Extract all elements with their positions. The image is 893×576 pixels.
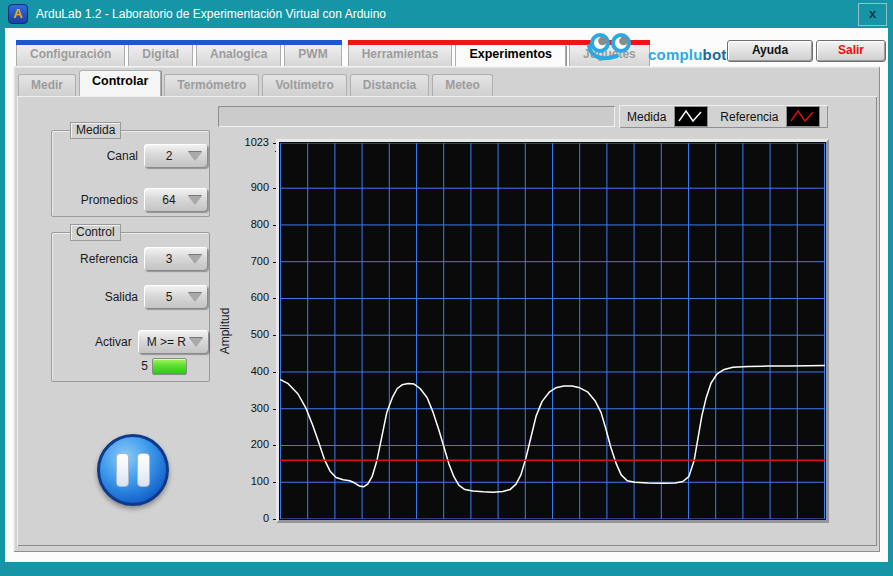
y-tick-label: 500 <box>225 328 269 340</box>
y-tick-label: 400 <box>225 365 269 377</box>
graph-top-display <box>218 106 615 127</box>
led-indicator <box>152 358 187 375</box>
close-button[interactable]: x <box>858 3 887 26</box>
chart-legend: MedidaReferencia <box>619 105 828 128</box>
legend-label-referencia: Referencia <box>720 110 778 124</box>
tab-digital[interactable]: Digital <box>128 45 193 67</box>
promedios-value: 64 <box>150 193 188 207</box>
complubot-logo: complubot <box>586 33 726 63</box>
control-group-title: Control <box>70 224 121 241</box>
main-tab-group-0: ConfiguraciónDigitalAnalogicaPWM <box>16 40 342 66</box>
chevron-down-icon <box>188 152 202 161</box>
chevron-down-icon <box>188 196 202 205</box>
legend-line-icon-medida <box>674 106 708 127</box>
logo-text: complubot <box>648 47 726 62</box>
tab-pwm[interactable]: PWM <box>284 45 341 67</box>
titlebar: A ArduLab 1.2 - Laboratorio de Experimen… <box>0 0 893 28</box>
y-tick-label: 800 <box>225 218 269 230</box>
complubot-eyes-icon <box>586 33 646 63</box>
waveform-chart <box>276 139 829 523</box>
y-tick-label: 600 <box>225 291 269 303</box>
activar-row: ActivarM >= R <box>52 329 209 355</box>
promedios-row: Promedios64 <box>52 187 209 213</box>
subtab-meteo[interactable]: Meteo <box>432 74 493 97</box>
medida-groupbox: Medida Canal2Promedios64 <box>51 130 210 217</box>
chevron-down-icon <box>188 293 202 302</box>
canal-row: Canal2 <box>52 143 209 169</box>
y-tick-label: 200 <box>225 438 269 450</box>
logo-text-complu: complu <box>648 46 703 63</box>
y-tick-label: 900 <box>225 181 269 193</box>
subtab-controlar[interactable]: Controlar <box>79 70 161 98</box>
salir-button[interactable]: Salir <box>816 40 886 62</box>
canal-value: 2 <box>150 149 188 163</box>
canal-dropdown[interactable]: 2 <box>144 144 208 168</box>
tab-herramientas[interactable]: Herramientas <box>348 45 453 67</box>
window-title: ArduLab 1.2 - Laboratorio de Experimenta… <box>36 7 386 21</box>
legend-line-icon-referencia <box>786 106 820 127</box>
y-tick-label: 700 <box>225 255 269 267</box>
referencia-label: Referencia <box>52 252 144 266</box>
led-pin-label: 5 <box>52 359 152 373</box>
tab-configuracion[interactable]: Configuración <box>16 45 125 67</box>
ayuda-button[interactable]: Ayuda <box>727 40 813 62</box>
activar-value: M >= R <box>144 335 189 349</box>
y-tick-label: 300 <box>225 402 269 414</box>
plot-area <box>280 143 825 519</box>
app-window: A ArduLab 1.2 - Laboratorio de Experimen… <box>0 0 893 576</box>
salida-row: Salida5 <box>52 284 209 310</box>
subtab-distancia[interactable]: Distancia <box>350 74 429 97</box>
referencia-row: Referencia3 <box>52 246 209 272</box>
app-icon: A <box>8 4 28 24</box>
y-tick-label: 1023 <box>225 136 269 148</box>
medida-group-title: Medida <box>70 122 121 139</box>
chevron-down-icon <box>188 255 202 264</box>
salida-dropdown[interactable]: 5 <box>144 285 208 309</box>
salida-value: 5 <box>150 290 188 304</box>
control-groupbox: Control Referencia3Salida5ActivarM >= R … <box>51 232 210 382</box>
logo-text-bot: bot <box>703 46 727 63</box>
controlar-tab-page: Medida Canal2Promedios64 Control Referen… <box>17 96 877 546</box>
subtab-termometro[interactable]: Termómetro <box>164 74 259 97</box>
sub-tab-bar: MedirControlarTermómetroVoltímetroDistan… <box>18 70 493 97</box>
activar-label: Activar <box>52 335 138 349</box>
chevron-down-icon <box>189 338 203 347</box>
pause-button[interactable] <box>97 434 169 506</box>
referencia-dropdown[interactable]: 3 <box>144 247 208 271</box>
activar-dropdown[interactable]: M >= R <box>138 330 209 354</box>
subtab-voltimetro[interactable]: Voltímetro <box>262 74 346 97</box>
pause-icon <box>116 453 129 487</box>
canal-label: Canal <box>52 149 144 163</box>
subtab-medir[interactable]: Medir <box>18 74 76 97</box>
pause-icon <box>137 453 150 487</box>
tab-analogica[interactable]: Analogica <box>196 45 281 67</box>
y-tick-label: 100 <box>225 475 269 487</box>
promedios-dropdown[interactable]: 64 <box>144 188 208 212</box>
activar-led-row: 5 <box>52 357 209 375</box>
referencia-value: 3 <box>150 252 188 266</box>
legend-label-medida: Medida <box>627 110 666 124</box>
promedios-label: Promedios <box>52 193 144 207</box>
y-tick-label: 0 <box>225 512 269 524</box>
main-tab-bar: ConfiguraciónDigitalAnalogicaPWMHerramie… <box>16 40 650 66</box>
salida-label: Salida <box>52 290 144 304</box>
